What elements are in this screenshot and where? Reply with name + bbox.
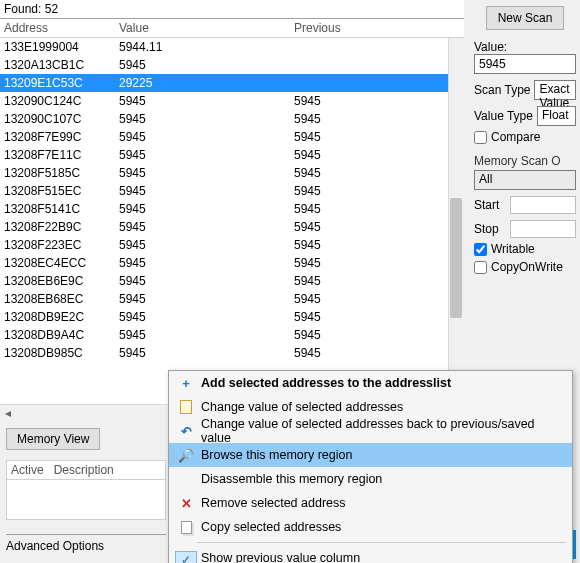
table-row[interactable]: 13208F7E99C59455945 <box>0 128 464 146</box>
table-row[interactable]: 1320A13CB1C5945 <box>0 56 464 74</box>
menu-item-label: Disassemble this memory region <box>197 472 562 486</box>
start-input[interactable] <box>510 196 576 214</box>
table-row[interactable]: 13208EB6E9C59455945 <box>0 272 464 290</box>
cell-address: 13208DB9E2C <box>0 308 115 326</box>
cell-address: 13208F7E11C <box>0 146 115 164</box>
col-active[interactable]: Active <box>11 463 44 477</box>
cell-value: 5945 <box>115 56 290 74</box>
advanced-options-label[interactable]: Advanced Options <box>6 534 166 553</box>
copyonwrite-label: CopyOnWrite <box>491 260 563 274</box>
table-row[interactable]: 13208F5185C59455945 <box>0 164 464 182</box>
table-row[interactable]: 13208DB9E2C59455945 <box>0 308 464 326</box>
cell-address: 132090C124C <box>0 92 115 110</box>
menu-item[interactable]: ↶Change value of selected addresses back… <box>169 419 572 443</box>
table-row[interactable]: 13208F515EC59455945 <box>0 182 464 200</box>
x-icon: ✕ <box>175 496 197 511</box>
cell-previous: 5945 <box>290 146 464 164</box>
menu-item-show-previous[interactable]: ✓Show previous value column <box>169 546 572 563</box>
copy-icon <box>175 521 197 534</box>
cell-value: 5945 <box>115 326 290 344</box>
cell-address: 13208F22B9C <box>0 218 115 236</box>
cell-value: 5944.11 <box>115 38 290 56</box>
cell-previous: 5945 <box>290 164 464 182</box>
cell-address: 13208DB9A4C <box>0 326 115 344</box>
header-address[interactable]: Address <box>0 21 115 35</box>
address-list[interactable] <box>6 480 166 520</box>
menu-item-label: Change value of selected addresses back … <box>197 417 562 445</box>
cell-address: 13208EB6E9C <box>0 272 115 290</box>
found-value: 52 <box>45 2 58 16</box>
context-menu: +Add selected addresses to the addressli… <box>168 370 573 563</box>
start-label: Start <box>474 198 506 212</box>
check-icon: ✓ <box>175 551 197 564</box>
cell-address: 13209E1C53C <box>0 74 115 92</box>
cell-address: 13208DB985C <box>0 344 115 362</box>
menu-item[interactable]: ✕Remove selected address <box>169 491 572 515</box>
menu-item-label: Change value of selected addresses <box>197 400 562 414</box>
table-row[interactable]: 132090C124C59455945 <box>0 92 464 110</box>
menu-item[interactable]: Copy selected addresses <box>169 515 572 539</box>
address-list-header: Active Description <box>6 460 166 480</box>
found-prefix: Found: <box>4 2 45 16</box>
results-list[interactable]: 133E19990045944.111320A13CB1C594513209E1… <box>0 38 464 404</box>
compare-label: Compare <box>491 130 540 144</box>
cell-address: 13208F515EC <box>0 182 115 200</box>
menu-item[interactable]: +Add selected addresses to the addressli… <box>169 371 572 395</box>
menu-item-label: Browse this memory region <box>197 448 562 462</box>
memory-region-select[interactable]: All <box>474 170 576 190</box>
table-row[interactable]: 13208F223EC59455945 <box>0 236 464 254</box>
cell-address: 13208EC4ECC <box>0 254 115 272</box>
cell-previous: 5945 <box>290 182 464 200</box>
scrollbar-thumb[interactable] <box>450 198 462 318</box>
table-row[interactable]: 13208EC4ECC59455945 <box>0 254 464 272</box>
memory-view-button[interactable]: Memory View <box>6 428 100 450</box>
new-scan-button[interactable]: New Scan <box>486 6 564 30</box>
header-previous[interactable]: Previous <box>290 21 464 35</box>
stop-label: Stop <box>474 222 506 236</box>
col-description[interactable]: Description <box>54 463 114 477</box>
table-row[interactable]: 13208DB985C59455945 <box>0 344 464 362</box>
value-type-label: Value Type <box>474 109 533 123</box>
hscroll-left-icon[interactable]: ◂ <box>0 405 16 421</box>
header-value[interactable]: Value <box>115 21 290 35</box>
results-header: Address Value Previous <box>0 19 464 38</box>
cell-address: 13208F5141C <box>0 200 115 218</box>
cell-value: 5945 <box>115 164 290 182</box>
cell-previous: 5945 <box>290 200 464 218</box>
cell-previous <box>290 56 464 74</box>
scan-type-label: Scan Type <box>474 83 530 97</box>
cell-value: 5945 <box>115 146 290 164</box>
table-row[interactable]: 13209E1C53C29225 <box>0 74 464 92</box>
cell-previous: 5945 <box>290 236 464 254</box>
scan-type-select[interactable]: Exact Value <box>534 80 576 100</box>
menu-item[interactable]: Disassemble this memory region <box>169 467 572 491</box>
stop-input[interactable] <box>510 220 576 238</box>
cell-value: 5945 <box>115 218 290 236</box>
cell-previous: 5945 <box>290 308 464 326</box>
cell-value: 5945 <box>115 290 290 308</box>
cell-previous: 5945 <box>290 128 464 146</box>
menu-item[interactable]: Change value of selected addresses <box>169 395 572 419</box>
writable-checkbox[interactable] <box>474 243 487 256</box>
table-row[interactable]: 13208DB9A4C59455945 <box>0 326 464 344</box>
copyonwrite-checkbox[interactable] <box>474 261 487 274</box>
table-row[interactable]: 132090C107C59455945 <box>0 110 464 128</box>
plus-icon: + <box>175 376 197 391</box>
table-row[interactable]: 13208EB68EC59455945 <box>0 290 464 308</box>
table-row[interactable]: 13208F7E11C59455945 <box>0 146 464 164</box>
value-type-select[interactable]: Float <box>537 106 576 126</box>
scan-panel: New Scan Value: Scan Type Exact Value Va… <box>464 0 580 420</box>
table-row[interactable]: 133E19990045944.11 <box>0 38 464 56</box>
cell-address: 1320A13CB1C <box>0 56 115 74</box>
menu-item[interactable]: 🔎Browse this memory region <box>169 443 572 467</box>
vertical-scrollbar[interactable] <box>448 38 464 404</box>
cell-previous: 5945 <box>290 110 464 128</box>
cell-value: 5945 <box>115 236 290 254</box>
cell-address: 13208EB68EC <box>0 290 115 308</box>
cell-previous: 5945 <box>290 290 464 308</box>
table-row[interactable]: 13208F5141C59455945 <box>0 200 464 218</box>
table-row[interactable]: 13208F22B9C59455945 <box>0 218 464 236</box>
scan-value-input[interactable] <box>474 54 576 74</box>
cell-value: 5945 <box>115 92 290 110</box>
compare-checkbox[interactable] <box>474 131 487 144</box>
